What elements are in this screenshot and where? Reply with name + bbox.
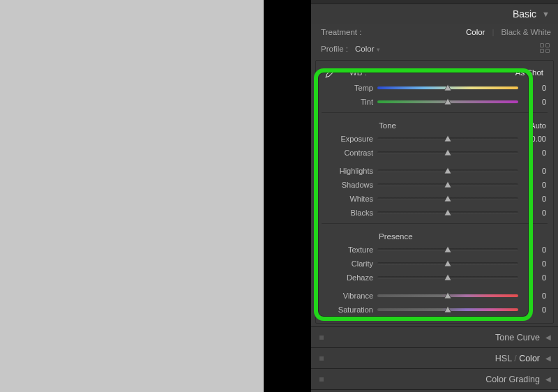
saturation-value[interactable]: 0 <box>522 306 548 314</box>
divider <box>322 112 548 113</box>
hsl-color-panel-header[interactable]: HSL / Color ◀ <box>311 347 558 368</box>
separator-pipe: | <box>492 28 494 36</box>
texture-label: Texture <box>322 246 377 254</box>
vibrance-value[interactable]: 0 <box>522 292 548 300</box>
chevron-down-icon: ▾ <box>377 46 380 53</box>
temp-label: Temp <box>322 84 377 92</box>
contrast-value[interactable]: 0 <box>522 149 548 157</box>
clarity-slider[interactable] <box>377 259 518 269</box>
expand-icon: ◀ <box>545 375 551 383</box>
slider-thumb-icon <box>444 306 452 314</box>
whites-slider[interactable] <box>377 194 518 204</box>
temp-row: Temp 0 <box>316 80 553 94</box>
wb-row: WB : As Shot <box>316 65 553 80</box>
whites-row: Whites 0 <box>316 191 553 205</box>
highlights-slider[interactable] <box>377 166 518 176</box>
tint-row: Tint 0 <box>316 94 553 108</box>
hsl-text: HSL <box>495 354 512 363</box>
vibrance-row: Vibrance 0 <box>316 288 553 302</box>
highlights-value[interactable]: 0 <box>522 167 548 175</box>
tone-title: Tone <box>377 121 517 130</box>
tone-curve-panel-header[interactable]: Tone Curve ◀ <box>311 326 558 347</box>
vibrance-slider[interactable] <box>377 291 518 301</box>
slash-text: / <box>512 354 519 363</box>
detail-panel-header[interactable]: Detail ◀ <box>311 389 558 392</box>
slider-thumb-icon <box>444 135 452 143</box>
blacks-row: Blacks 0 <box>316 205 553 219</box>
profile-dropdown[interactable]: Color ▾ <box>355 45 380 53</box>
dehaze-label: Dehaze <box>322 273 377 282</box>
texture-row: Texture 0 <box>316 242 553 256</box>
profile-name: Color <box>355 45 374 53</box>
whites-label: Whites <box>322 195 377 203</box>
whites-value[interactable]: 0 <box>522 195 548 203</box>
panel-title-basic: Basic <box>513 8 536 20</box>
basic-panel-header[interactable]: Basic ▼ <box>311 4 558 24</box>
wb-preset-dropdown[interactable]: As Shot <box>515 68 548 77</box>
color-grading-panel-header[interactable]: Color Grading ◀ <box>311 368 558 389</box>
dehaze-slider[interactable] <box>377 273 518 282</box>
clarity-row: Clarity 0 <box>316 256 553 270</box>
exposure-label: Exposure <box>322 135 377 143</box>
blacks-label: Blacks <box>322 209 377 217</box>
blacks-slider[interactable] <box>377 208 518 218</box>
presence-section-header: Presence <box>316 228 553 242</box>
profile-label: Profile : <box>321 45 348 53</box>
slider-thumb-icon <box>444 259 452 268</box>
image-canvas <box>0 0 264 392</box>
shadows-row: Shadows 0 <box>316 177 553 191</box>
exposure-row: Exposure 0.00 <box>316 131 553 145</box>
temp-value[interactable]: 0 <box>522 84 548 92</box>
contrast-label: Contrast <box>322 149 377 157</box>
tint-label: Tint <box>322 98 377 106</box>
saturation-label: Saturation <box>322 306 377 314</box>
profile-browser-icon[interactable] <box>540 43 551 54</box>
divider-strip <box>264 0 311 392</box>
eyedropper-icon[interactable] <box>320 66 341 79</box>
shadows-label: Shadows <box>322 181 377 189</box>
contrast-row: Contrast 0 <box>316 145 553 159</box>
wb-label: WB : <box>341 68 515 77</box>
expand-icon: ◀ <box>545 333 551 341</box>
clarity-label: Clarity <box>322 259 377 268</box>
slider-thumb-icon <box>444 209 452 217</box>
divider <box>322 223 548 224</box>
texture-value[interactable]: 0 <box>522 246 548 254</box>
shadows-value[interactable]: 0 <box>522 181 548 189</box>
hsl-color-title: HSL / Color <box>324 354 545 363</box>
texture-slider[interactable] <box>377 245 518 255</box>
shadows-slider[interactable] <box>377 180 518 190</box>
treatment-color-option[interactable]: Color <box>466 28 485 36</box>
basic-panel-body: WB : As Shot Temp 0 Tint 0 Tone Auto Exp… <box>315 60 554 324</box>
saturation-slider[interactable] <box>377 305 518 315</box>
blacks-value[interactable]: 0 <box>522 209 548 217</box>
tone-auto-button[interactable]: Auto <box>517 121 548 130</box>
contrast-slider[interactable] <box>377 148 518 158</box>
slider-thumb-icon <box>444 246 452 254</box>
slider-thumb-icon <box>444 181 452 189</box>
tint-value[interactable]: 0 <box>522 98 548 106</box>
tone-curve-title: Tone Curve <box>324 333 545 342</box>
tone-section-header: Tone Auto <box>316 117 553 131</box>
treatment-row: Treatment : Color | Black & White <box>311 24 558 40</box>
expand-icon: ◀ <box>545 354 551 362</box>
color-grading-title: Color Grading <box>324 375 545 384</box>
exposure-value[interactable]: 0.00 <box>522 135 548 143</box>
treatment-label: Treatment : <box>321 28 361 36</box>
slider-thumb-icon <box>444 167 452 175</box>
slider-thumb-icon <box>444 292 452 300</box>
collapse-icon: ▼ <box>542 10 550 18</box>
presence-title: Presence <box>377 232 517 241</box>
highlights-row: Highlights 0 <box>316 163 553 177</box>
exposure-slider[interactable] <box>377 134 518 144</box>
vibrance-label: Vibrance <box>322 292 377 300</box>
slider-thumb-icon <box>444 149 452 157</box>
tint-slider[interactable] <box>377 97 518 107</box>
saturation-row: Saturation 0 <box>316 302 553 316</box>
dehaze-value[interactable]: 0 <box>522 273 548 282</box>
highlights-label: Highlights <box>322 167 377 175</box>
clarity-value[interactable]: 0 <box>522 259 548 268</box>
temp-slider[interactable] <box>377 83 518 93</box>
treatment-bw-option[interactable]: Black & White <box>501 28 551 36</box>
slider-thumb-icon <box>444 273 452 282</box>
